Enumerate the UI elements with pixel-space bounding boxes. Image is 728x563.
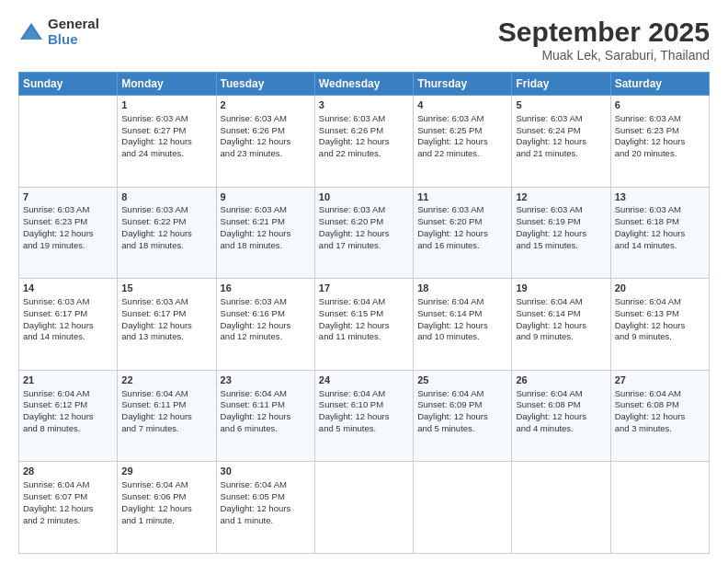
day-number: 2 xyxy=(221,98,311,112)
cell-text-line: Daylight: 12 hours xyxy=(417,136,507,148)
cell-text-line: and 9 minutes. xyxy=(615,331,705,343)
calendar-cell: 13Sunrise: 6:03 AMSunset: 6:18 PMDayligh… xyxy=(610,187,709,279)
day-number: 20 xyxy=(615,282,705,295)
calendar-cell xyxy=(19,96,118,188)
cell-text-line: Sunrise: 6:03 AM xyxy=(516,113,606,125)
day-number: 7 xyxy=(23,190,113,204)
day-number: 18 xyxy=(417,282,507,295)
cell-text-line: Sunrise: 6:03 AM xyxy=(121,204,211,216)
calendar-cell: 4Sunrise: 6:03 AMSunset: 6:25 PMDaylight… xyxy=(414,96,512,188)
calendar-cell: 8Sunrise: 6:03 AMSunset: 6:22 PMDaylight… xyxy=(118,187,216,279)
cell-text-line: Sunrise: 6:03 AM xyxy=(319,204,409,216)
day-number: 26 xyxy=(516,373,606,387)
cell-text-line: Sunrise: 6:03 AM xyxy=(121,113,211,125)
cell-text-line: Daylight: 12 hours xyxy=(516,320,606,332)
cell-text-line: Sunrise: 6:03 AM xyxy=(221,113,311,125)
page-subtitle: Muak Lek, Saraburi, Thailand xyxy=(498,48,710,63)
logo-text: General Blue xyxy=(48,17,99,47)
cell-text-line: Sunset: 6:19 PM xyxy=(516,216,606,228)
cell-text-line: Sunset: 6:26 PM xyxy=(319,125,409,137)
cell-text-line: Sunset: 6:23 PM xyxy=(615,125,705,137)
cell-text-line: Daylight: 12 hours xyxy=(417,228,507,240)
cell-text-line: and 7 minutes. xyxy=(121,423,211,435)
cell-text-line: Sunrise: 6:03 AM xyxy=(615,204,705,216)
cell-text-line: Daylight: 12 hours xyxy=(319,228,409,240)
day-number: 5 xyxy=(516,98,606,112)
calendar-cell: 23Sunrise: 6:04 AMSunset: 6:11 PMDayligh… xyxy=(216,370,314,462)
cell-text-line: and 14 minutes. xyxy=(23,331,113,343)
calendar-week-2: 7Sunrise: 6:03 AMSunset: 6:23 PMDaylight… xyxy=(19,187,710,279)
calendar-cell xyxy=(610,462,709,554)
calendar-cell: 5Sunrise: 6:03 AMSunset: 6:24 PMDaylight… xyxy=(512,96,610,188)
cell-text-line: and 17 minutes. xyxy=(319,240,409,252)
cell-text-line: and 16 minutes. xyxy=(417,240,507,252)
cell-text-line: Sunset: 6:12 PM xyxy=(23,399,113,411)
cell-text-line: Sunrise: 6:03 AM xyxy=(319,113,409,125)
cell-text-line: Sunrise: 6:04 AM xyxy=(221,479,311,491)
calendar-week-4: 21Sunrise: 6:04 AMSunset: 6:12 PMDayligh… xyxy=(19,370,710,462)
cell-text-line: Daylight: 12 hours xyxy=(23,228,113,240)
cell-text-line: Daylight: 12 hours xyxy=(121,228,211,240)
cell-text-line: and 11 minutes. xyxy=(319,331,409,343)
title-block: September 2025 Muak Lek, Saraburi, Thail… xyxy=(498,17,710,63)
cell-text-line: Sunset: 6:08 PM xyxy=(516,399,606,411)
cell-text-line: Sunset: 6:10 PM xyxy=(319,399,409,411)
cell-text-line: Daylight: 12 hours xyxy=(221,228,311,240)
day-number: 15 xyxy=(121,282,211,295)
cell-text-line: Sunset: 6:13 PM xyxy=(615,308,705,320)
cell-text-line: Daylight: 12 hours xyxy=(121,411,211,423)
cell-text-line: and 14 minutes. xyxy=(615,240,705,252)
cell-text-line: and 23 minutes. xyxy=(221,148,311,160)
calendar-week-3: 14Sunrise: 6:03 AMSunset: 6:17 PMDayligh… xyxy=(19,279,710,371)
day-number: 3 xyxy=(319,98,409,112)
cell-text-line: Sunset: 6:14 PM xyxy=(516,308,606,320)
calendar-cell: 9Sunrise: 6:03 AMSunset: 6:21 PMDaylight… xyxy=(216,187,314,279)
cell-text-line: Sunrise: 6:03 AM xyxy=(23,296,113,308)
cell-text-line: Sunset: 6:20 PM xyxy=(417,216,507,228)
calendar-cell: 17Sunrise: 6:04 AMSunset: 6:15 PMDayligh… xyxy=(314,279,413,371)
cell-text-line: Sunrise: 6:04 AM xyxy=(417,388,507,400)
day-number: 27 xyxy=(615,373,705,387)
calendar-cell: 24Sunrise: 6:04 AMSunset: 6:10 PMDayligh… xyxy=(314,370,413,462)
cell-text-line: Sunset: 6:08 PM xyxy=(615,399,705,411)
logo-icon xyxy=(18,19,44,45)
cell-text-line: Daylight: 12 hours xyxy=(615,136,705,148)
cell-text-line: Daylight: 12 hours xyxy=(319,411,409,423)
cell-text-line: Sunset: 6:11 PM xyxy=(221,399,311,411)
cell-text-line: Daylight: 12 hours xyxy=(615,228,705,240)
cell-text-line: and 1 minute. xyxy=(221,515,311,527)
cell-text-line: Sunrise: 6:03 AM xyxy=(221,296,311,308)
calendar-cell: 29Sunrise: 6:04 AMSunset: 6:06 PMDayligh… xyxy=(118,462,216,554)
day-number: 4 xyxy=(417,98,507,112)
cell-text-line: Sunset: 6:07 PM xyxy=(23,491,113,503)
calendar-cell xyxy=(414,462,512,554)
cell-text-line: Daylight: 12 hours xyxy=(121,320,211,332)
cell-text-line: Sunrise: 6:03 AM xyxy=(121,296,211,308)
page: General Blue September 2025 Muak Lek, Sa… xyxy=(0,0,728,563)
calendar-cell: 11Sunrise: 6:03 AMSunset: 6:20 PMDayligh… xyxy=(414,187,512,279)
day-number: 21 xyxy=(23,373,113,387)
calendar-cell: 19Sunrise: 6:04 AMSunset: 6:14 PMDayligh… xyxy=(512,279,610,371)
day-number: 22 xyxy=(121,373,211,387)
cell-text-line: Sunset: 6:06 PM xyxy=(121,491,211,503)
cell-text-line: and 18 minutes. xyxy=(221,240,311,252)
day-number: 17 xyxy=(319,282,409,295)
cell-text-line: and 13 minutes. xyxy=(121,331,211,343)
calendar-cell: 6Sunrise: 6:03 AMSunset: 6:23 PMDaylight… xyxy=(610,96,709,188)
cell-text-line: and 5 minutes. xyxy=(417,423,507,435)
cell-text-line: and 9 minutes. xyxy=(516,331,606,343)
logo: General Blue xyxy=(18,17,99,47)
cell-text-line: Sunrise: 6:04 AM xyxy=(516,296,606,308)
calendar-cell: 21Sunrise: 6:04 AMSunset: 6:12 PMDayligh… xyxy=(19,370,118,462)
cell-text-line: Sunrise: 6:04 AM xyxy=(23,388,113,400)
cell-text-line: Daylight: 12 hours xyxy=(319,320,409,332)
day-number: 11 xyxy=(417,190,507,204)
cell-text-line: Sunrise: 6:03 AM xyxy=(23,204,113,216)
cell-text-line: Daylight: 12 hours xyxy=(221,411,311,423)
cell-text-line: and 4 minutes. xyxy=(516,423,606,435)
cell-text-line: Sunrise: 6:04 AM xyxy=(319,296,409,308)
cell-text-line: Sunset: 6:18 PM xyxy=(615,216,705,228)
cell-text-line: Daylight: 12 hours xyxy=(319,136,409,148)
day-number: 19 xyxy=(516,282,606,295)
cell-text-line: Daylight: 12 hours xyxy=(221,136,311,148)
